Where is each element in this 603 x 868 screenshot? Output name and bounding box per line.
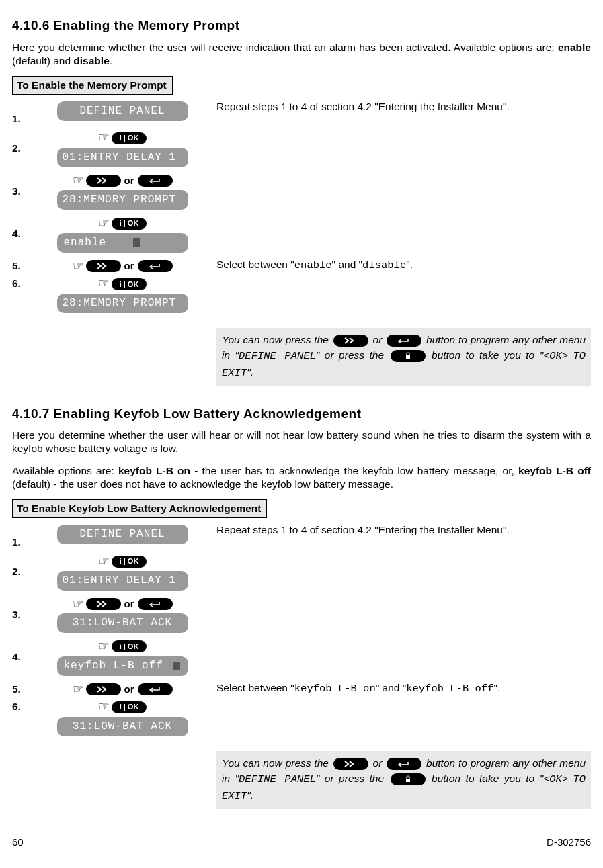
cursor-icon bbox=[133, 238, 140, 247]
step-number: 3. bbox=[12, 596, 35, 621]
lock-button-icon bbox=[391, 773, 426, 785]
forward-button-icon bbox=[86, 175, 121, 187]
hand-icon: ☞ bbox=[98, 130, 110, 146]
intro-opt2-1: disable bbox=[73, 55, 109, 67]
intro-text-1: Here you determine whether the user will… bbox=[12, 41, 591, 68]
intro-pre-1: Here you determine whether the user will… bbox=[12, 42, 558, 53]
step-number: 4. bbox=[12, 215, 35, 241]
lcd-display: 28:MEMORY PROMPT bbox=[57, 190, 188, 210]
lcd-display: DEFINE PANEL bbox=[57, 101, 188, 121]
intro-mid-1: (default) and bbox=[12, 55, 73, 67]
section-heading-2: 4.10.7 Enabling Keyfob Low Battery Ackno… bbox=[12, 406, 591, 423]
or-label: or bbox=[124, 259, 134, 273]
back-button-icon bbox=[138, 175, 173, 187]
intro-opt1-1: enable bbox=[558, 42, 591, 53]
intro-text-2a: Here you determine whether the user will… bbox=[12, 429, 591, 455]
back-button-icon bbox=[138, 598, 173, 610]
step-number: 2. bbox=[12, 130, 35, 155]
lcd-display: 31:LOW-BAT ACK bbox=[57, 613, 188, 633]
step-instruction: Select between "keyfob L-B on" and "keyf… bbox=[210, 681, 591, 695]
forward-button-icon bbox=[333, 335, 368, 347]
lock-button-icon bbox=[391, 350, 426, 362]
note-box-1: You can now press the or button to progr… bbox=[216, 328, 591, 386]
ok-button-icon: i | OK bbox=[112, 701, 147, 713]
step-number: 4. bbox=[12, 638, 35, 664]
hand-icon: ☞ bbox=[73, 173, 84, 189]
hand-icon: ☞ bbox=[98, 699, 110, 715]
ok-button-icon: i | OK bbox=[112, 218, 147, 230]
ok-button-icon: i | OK bbox=[112, 278, 147, 290]
procedure-header-2: To Enable Keyfob Low Battery Acknowledge… bbox=[12, 499, 267, 518]
svg-rect-0 bbox=[406, 355, 410, 359]
hand-icon: ☞ bbox=[98, 553, 110, 570]
step-number: 1. bbox=[12, 523, 35, 549]
intro-text-2b: Available options are: keyfob L-B on - t… bbox=[12, 464, 591, 491]
hand-icon: ☞ bbox=[98, 638, 110, 655]
hand-icon: ☞ bbox=[73, 258, 84, 275]
back-button-icon bbox=[387, 758, 421, 770]
step-number: 5. bbox=[12, 681, 35, 696]
step-number: 1. bbox=[12, 100, 35, 126]
cursor-icon bbox=[173, 662, 180, 670]
intro-end-1: . bbox=[110, 55, 112, 67]
step-instruction: Select between "enable" and "disable". bbox=[210, 258, 591, 272]
hand-icon: ☞ bbox=[98, 215, 110, 232]
ok-button-icon: i | OK bbox=[112, 556, 147, 568]
or-label: or bbox=[124, 597, 134, 611]
note-box-2: You can now press the or button to progr… bbox=[216, 751, 591, 809]
step-number: 5. bbox=[12, 258, 35, 273]
back-button-icon bbox=[138, 683, 173, 695]
forward-button-icon bbox=[333, 758, 368, 770]
page-number: 60 bbox=[12, 836, 24, 849]
back-button-icon bbox=[387, 335, 421, 347]
or-label: or bbox=[124, 174, 134, 187]
procedure-header-1: To Enable the Memory Prompt bbox=[12, 76, 173, 95]
doc-number: D-302756 bbox=[547, 836, 591, 849]
ok-button-icon: i | OK bbox=[112, 132, 147, 144]
forward-button-icon bbox=[86, 598, 121, 610]
forward-button-icon bbox=[86, 260, 121, 272]
step-number: 6. bbox=[12, 699, 35, 713]
section-heading-1: 4.10.6 Enabling the Memory Prompt bbox=[12, 17, 591, 34]
lcd-display: 31:LOW-BAT ACK bbox=[57, 717, 188, 736]
back-button-icon bbox=[138, 260, 173, 272]
ok-button-icon: i | OK bbox=[112, 640, 147, 652]
hand-icon: ☞ bbox=[73, 596, 84, 613]
lcd-display: enable bbox=[57, 233, 188, 253]
hand-icon: ☞ bbox=[73, 681, 84, 698]
lcd-display: 01:ENTRY DELAY 1 bbox=[57, 571, 188, 591]
svg-rect-1 bbox=[406, 779, 410, 782]
or-label: or bbox=[124, 683, 134, 696]
hand-icon: ☞ bbox=[98, 275, 110, 292]
lcd-display: 28:MEMORY PROMPT bbox=[57, 294, 188, 313]
step-number: 3. bbox=[12, 173, 35, 198]
forward-button-icon bbox=[86, 683, 121, 695]
step-instruction: Repeat steps 1 to 4 of section 4.2 "Ente… bbox=[210, 100, 591, 114]
lcd-display: keyfob L-B off bbox=[57, 656, 188, 676]
lcd-display: 01:ENTRY DELAY 1 bbox=[57, 148, 188, 167]
lcd-display: DEFINE PANEL bbox=[57, 525, 188, 544]
step-number: 2. bbox=[12, 553, 35, 578]
step-number: 6. bbox=[12, 275, 35, 290]
step-instruction: Repeat steps 1 to 4 of section 4.2 "Ente… bbox=[210, 523, 591, 537]
